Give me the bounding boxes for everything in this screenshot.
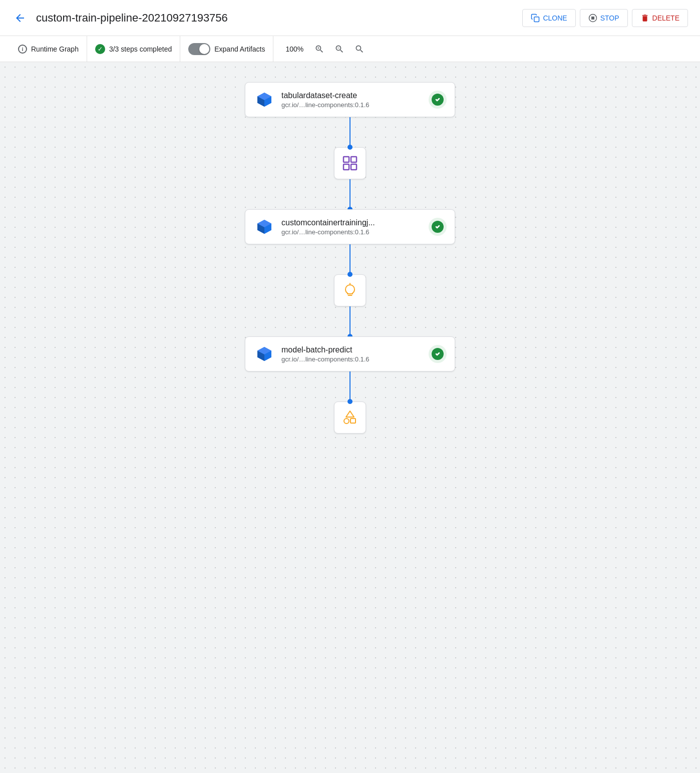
zoom-reset-button[interactable]: [352, 42, 368, 56]
pipeline-title: custom-train-pipeline-20210927193756: [36, 12, 514, 25]
toolbar: i Runtime Graph ✓ 3/3 steps completed Ex…: [0, 36, 700, 62]
svg-rect-11: [351, 419, 356, 423]
steps-check-icon: ✓: [95, 44, 105, 54]
pipeline-flow: tabulardataset-create gcr.io/…line-compo…: [225, 82, 475, 434]
clone-button[interactable]: CLONE: [522, 9, 575, 27]
connector-dot-5: [347, 399, 353, 404]
node-3-name: model-batch-predict: [281, 345, 423, 354]
node-2-status: [429, 218, 447, 236]
svg-rect-0: [534, 17, 539, 22]
connector-dot-1: [347, 145, 353, 150]
delete-button[interactable]: DELETE: [632, 9, 688, 27]
pipeline-node-2[interactable]: customcontainertrainingj... gcr.io/…line…: [245, 209, 455, 244]
clone-label: CLONE: [543, 14, 567, 22]
stop-button[interactable]: STOP: [580, 9, 628, 27]
connector-2a: [349, 244, 351, 274]
node-3-icon: [253, 343, 275, 365]
header-actions: CLONE STOP DELETE: [522, 9, 688, 27]
zoom-out-button[interactable]: [331, 42, 347, 56]
connector-1b: [349, 179, 351, 209]
expand-artifacts-item: Expand Artifacts: [180, 36, 273, 62]
node-2-text: customcontainertrainingj... gcr.io/…line…: [281, 218, 423, 236]
svg-rect-2: [591, 17, 594, 20]
steps-completed-label: 3/3 steps completed: [109, 45, 172, 53]
svg-rect-7: [351, 164, 357, 170]
node-1-icon: [253, 89, 275, 111]
pipeline-canvas: tabulardataset-create gcr.io/…line-compo…: [0, 62, 700, 773]
connector-3a: [349, 371, 351, 402]
node-3-subtitle: gcr.io/…line-components:0.1.6: [281, 355, 423, 363]
svg-rect-4: [343, 157, 349, 162]
runtime-graph-label: Runtime Graph: [31, 45, 79, 53]
node-2-icon: [253, 216, 275, 238]
connector-1a: [349, 117, 351, 147]
svg-rect-5: [351, 157, 357, 162]
delete-label: DELETE: [652, 14, 679, 22]
back-button[interactable]: [12, 10, 28, 26]
zoom-level: 100%: [281, 45, 307, 53]
runtime-graph-item[interactable]: i Runtime Graph: [10, 36, 87, 62]
artifact-node-2[interactable]: [334, 274, 366, 306]
node-1-name: tabulardataset-create: [281, 91, 423, 100]
zoom-in-button[interactable]: [311, 42, 327, 56]
pipeline-node-1[interactable]: tabulardataset-create gcr.io/…line-compo…: [245, 82, 455, 117]
stop-label: STOP: [600, 14, 619, 22]
node-1-text: tabulardataset-create gcr.io/…line-compo…: [281, 91, 423, 109]
expand-artifacts-toggle[interactable]: [188, 43, 210, 55]
pipeline-node-3[interactable]: model-batch-predict gcr.io/…line-compone…: [245, 336, 455, 371]
node-3-text: model-batch-predict gcr.io/…line-compone…: [281, 345, 423, 363]
expand-artifacts-label: Expand Artifacts: [214, 45, 265, 53]
node-1-subtitle: gcr.io/…line-components:0.1.6: [281, 101, 423, 109]
node-2-name: customcontainertrainingj...: [281, 218, 423, 227]
connector-dot-3: [347, 272, 353, 277]
zoom-controls: 100%: [273, 36, 376, 62]
toggle-switch[interactable]: [188, 43, 210, 55]
steps-completed-item: ✓ 3/3 steps completed: [87, 36, 180, 62]
info-icon: i: [18, 45, 27, 54]
node-2-subtitle: gcr.io/…line-components:0.1.6: [281, 228, 423, 236]
svg-point-10: [344, 419, 349, 424]
svg-rect-6: [343, 164, 349, 170]
node-1-status: [429, 91, 447, 109]
header: custom-train-pipeline-20210927193756 CLO…: [0, 0, 700, 36]
artifact-node-1[interactable]: [334, 147, 366, 179]
node-3-status: [429, 345, 447, 363]
toggle-knob: [199, 44, 209, 54]
artifact-node-3[interactable]: [334, 402, 366, 434]
connector-2b: [349, 306, 351, 336]
